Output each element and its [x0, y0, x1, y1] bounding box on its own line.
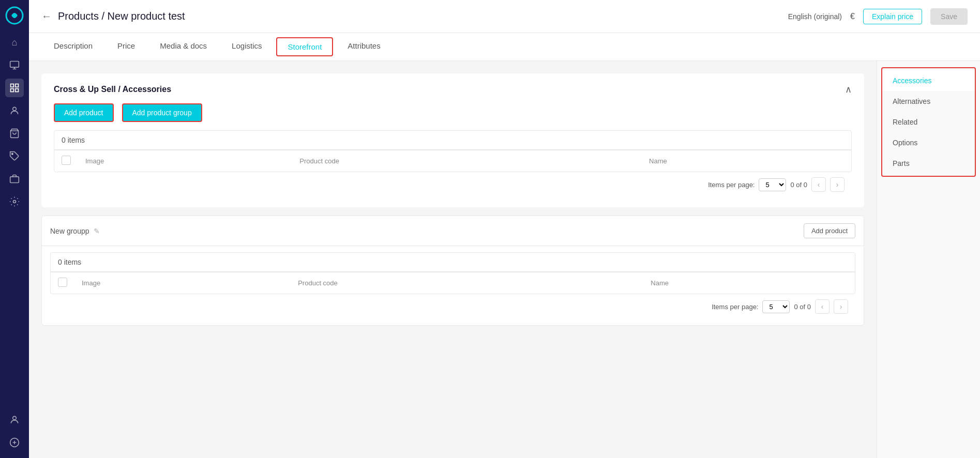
- app-logo[interactable]: [5, 6, 24, 25]
- select-all-checkbox-2[interactable]: [58, 278, 67, 287]
- sidebar-item-related[interactable]: Related: [882, 112, 975, 132]
- group-add-product-button[interactable]: Add product: [804, 223, 855, 238]
- content-main: Cross & Up Sell / Accessories ∧ Add prod…: [29, 61, 877, 458]
- sidebar-icon-briefcase[interactable]: [5, 170, 24, 188]
- col-name-2: Name: [643, 272, 855, 294]
- sidebar-item-options[interactable]: Options: [882, 132, 975, 153]
- next-page-button-2[interactable]: ›: [834, 299, 848, 314]
- prev-page-button-1[interactable]: ‹: [811, 177, 826, 192]
- pagination-info-2: 0 of 0: [794, 303, 811, 311]
- svg-point-9: [13, 201, 16, 203]
- items-per-page-label-2: Items per page:: [712, 303, 758, 311]
- pagination-2: Items per page: 5 10 25 0 of 0 ‹ ›: [50, 294, 855, 319]
- back-button[interactable]: ←: [41, 10, 52, 22]
- tab-attributes[interactable]: Attributes: [335, 33, 393, 60]
- language-selector[interactable]: English (original): [788, 12, 842, 21]
- svg-rect-8: [10, 177, 19, 183]
- per-page-select-1[interactable]: 5 10 25: [759, 178, 786, 191]
- svg-rect-3: [16, 84, 19, 87]
- add-product-button[interactable]: Add product: [54, 103, 114, 122]
- sidebar-icon-settings[interactable]: [5, 192, 24, 211]
- page-title: Products / New product test: [58, 10, 788, 22]
- sidebar-icon-tag[interactable]: [5, 147, 24, 165]
- next-page-button-1[interactable]: ›: [830, 177, 845, 192]
- tab-price[interactable]: Price: [105, 33, 147, 60]
- svg-rect-1: [10, 62, 19, 68]
- select-all-checkbox-1[interactable]: [62, 156, 71, 165]
- svg-point-6: [13, 107, 17, 111]
- section-title: Cross & Up Sell / Accessories: [54, 85, 171, 94]
- header-actions: English (original) € Explain price Save: [788, 8, 968, 25]
- svg-rect-2: [11, 84, 14, 87]
- sidebar-icon-home[interactable]: ⌂: [5, 33, 24, 52]
- svg-point-10: [13, 416, 17, 420]
- sidebar-item-accessories[interactable]: Accessories: [882, 70, 975, 91]
- pagination-1: Items per page: 5 10 25 0 of 0 ‹ ›: [54, 172, 852, 197]
- group-section: New groupp ✎ Add product 0 items: [41, 216, 864, 326]
- tab-logistics[interactable]: Logistics: [219, 33, 274, 60]
- right-sidebar: Accessories Alternatives Related Options…: [877, 61, 980, 458]
- group-body: 0 items Image Product code Name: [42, 252, 864, 325]
- tabs-bar: Description Price Media & docs Logistics…: [29, 33, 980, 61]
- sidebar-icon-add[interactable]: [5, 433, 24, 452]
- col-product-code-1: Product code: [292, 150, 642, 172]
- collapse-icon[interactable]: ∧: [845, 84, 852, 95]
- explain-price-button[interactable]: Explain price: [863, 9, 922, 24]
- sidebar: ⌂: [0, 0, 29, 458]
- svg-rect-5: [16, 89, 19, 92]
- group-header: New groupp ✎ Add product: [42, 216, 864, 246]
- items-per-page-label-1: Items per page:: [708, 181, 755, 189]
- sidebar-icon-person[interactable]: [5, 101, 24, 120]
- table-2: 0 items Image Product code Name: [50, 252, 855, 294]
- svg-rect-4: [11, 89, 14, 92]
- col-image-1: Image: [78, 150, 292, 172]
- products-table-1: Image Product code Name: [54, 150, 851, 172]
- tab-description[interactable]: Description: [41, 33, 105, 60]
- col-product-code-2: Product code: [291, 272, 643, 294]
- action-buttons-row: Add product Add product group: [54, 103, 852, 122]
- col-name-1: Name: [642, 150, 851, 172]
- col-image-2: Image: [74, 272, 291, 294]
- items-count-1: 0 items: [54, 131, 851, 150]
- sidebar-icon-user-bottom[interactable]: [5, 410, 24, 429]
- sidebar-icon-grid[interactable]: [5, 79, 24, 97]
- sidebar-item-parts[interactable]: Parts: [882, 153, 975, 174]
- prev-page-button-2[interactable]: ‹: [815, 299, 830, 314]
- edit-group-icon[interactable]: ✎: [94, 227, 100, 235]
- sidebar-icon-shopping-bag[interactable]: [5, 124, 24, 143]
- per-page-select-2[interactable]: 5 10 25: [762, 300, 790, 313]
- group-add-btn-wrapper: Add product: [804, 223, 855, 238]
- save-button[interactable]: Save: [930, 8, 968, 25]
- table-1: 0 items Image Product code Name: [54, 130, 852, 172]
- cross-upsell-section: Cross & Up Sell / Accessories ∧ Add prod…: [41, 73, 864, 207]
- section-header: Cross & Up Sell / Accessories ∧: [54, 84, 852, 95]
- svg-point-7: [12, 154, 13, 155]
- main-content: ← Products / New product test English (o…: [29, 0, 980, 458]
- add-product-group-button[interactable]: Add product group: [122, 103, 202, 122]
- sidebar-item-alternatives[interactable]: Alternatives: [882, 91, 975, 112]
- group-name: New groupp: [50, 227, 89, 235]
- tab-media-docs[interactable]: Media & docs: [147, 33, 219, 60]
- page-header: ← Products / New product test English (o…: [29, 0, 980, 33]
- content-area: Cross & Up Sell / Accessories ∧ Add prod…: [29, 61, 980, 458]
- pagination-info-1: 0 of 0: [790, 181, 807, 189]
- right-sidebar-box: Accessories Alternatives Related Options…: [881, 67, 976, 177]
- products-table-2: Image Product code Name: [51, 272, 855, 294]
- sidebar-icon-monitor[interactable]: [5, 56, 24, 74]
- currency-indicator: €: [850, 12, 855, 21]
- tab-storefront[interactable]: Storefront: [276, 37, 333, 56]
- items-count-2: 0 items: [51, 253, 855, 272]
